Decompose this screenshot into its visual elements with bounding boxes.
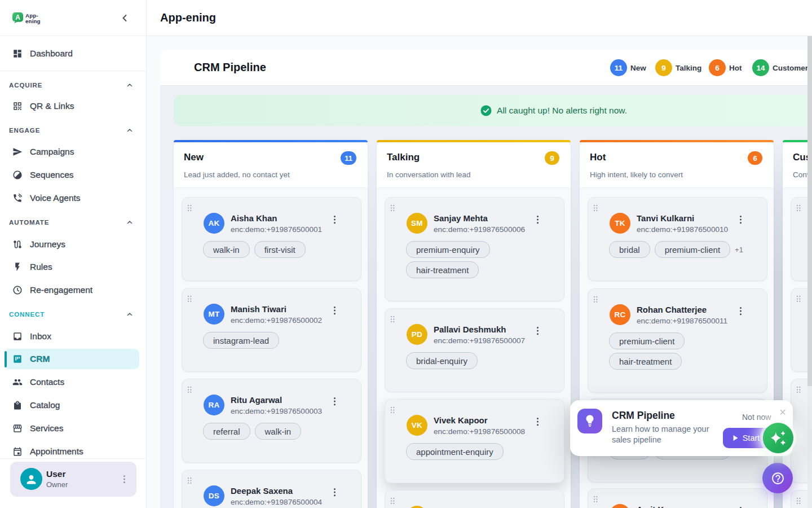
svg-text:A: A bbox=[15, 14, 20, 21]
